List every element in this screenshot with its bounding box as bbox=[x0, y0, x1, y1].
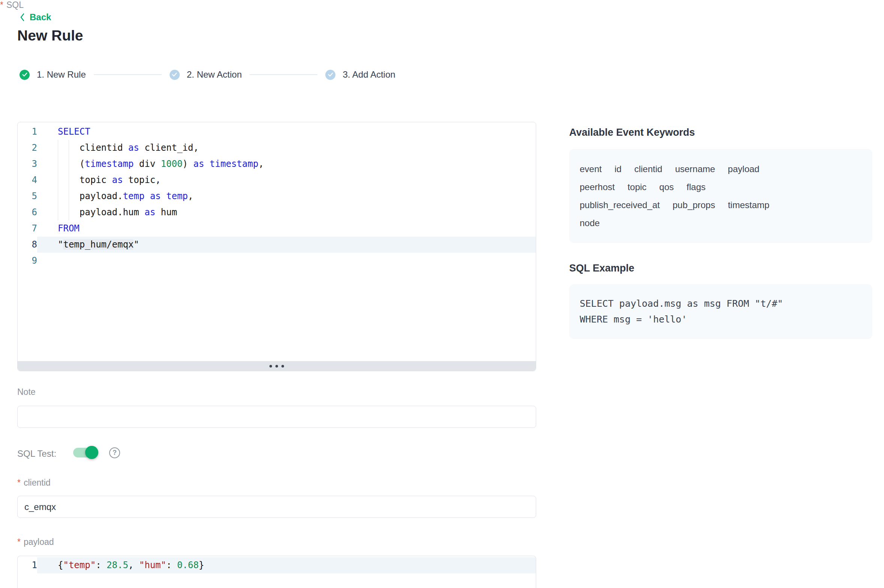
code-line: 5 payload.temp as temp, bbox=[18, 188, 536, 204]
keyword-row: node bbox=[580, 214, 862, 232]
line-code: clientid as client_id, bbox=[37, 140, 536, 156]
required-asterisk: * bbox=[17, 537, 21, 547]
line-number: 6 bbox=[18, 204, 37, 220]
line-number: 1 bbox=[18, 124, 37, 140]
note-field-label: Note bbox=[17, 387, 36, 397]
step-connector bbox=[94, 74, 162, 75]
line-number: 5 bbox=[18, 188, 37, 204]
step-label: 1. New Rule bbox=[37, 69, 86, 80]
payload-code-editor[interactable]: 1{"temp": 28.5, "hum": 0.68} bbox=[17, 556, 536, 588]
code-line: 4 topic as topic, bbox=[18, 172, 536, 188]
code-line: 1SELECT bbox=[18, 124, 536, 140]
indent-guide bbox=[58, 140, 58, 220]
available-event-keywords-title: Available Event Keywords bbox=[569, 127, 695, 138]
sql-example-line: WHERE msg = 'hello' bbox=[580, 312, 862, 327]
keyword-row: peerhosttopicqosflags bbox=[580, 178, 862, 196]
line-code: payload.hum as hum bbox=[37, 204, 536, 220]
back-link[interactable]: Back bbox=[20, 12, 51, 22]
sql-test-toggle[interactable] bbox=[73, 448, 98, 458]
sql-code-editor[interactable]: 1SELECT2 clientid as client_id,3 (timest… bbox=[17, 122, 536, 371]
line-code: topic as topic, bbox=[37, 172, 536, 188]
keyword-chip: clientid bbox=[634, 160, 662, 178]
step-item-1[interactable]: 1. New Rule bbox=[20, 69, 86, 80]
payload-field-label: * payload bbox=[17, 537, 54, 547]
clientid-input[interactable] bbox=[17, 496, 536, 518]
drag-handle-dot bbox=[269, 365, 272, 368]
drag-handle-dot bbox=[281, 365, 284, 368]
clientid-field-label: * clientid bbox=[17, 478, 51, 488]
chevron-left-icon bbox=[20, 13, 25, 22]
step-item-3[interactable]: 3. Add Action bbox=[325, 69, 395, 80]
keyword-chip: payload bbox=[728, 160, 759, 178]
line-number: 1 bbox=[18, 557, 37, 573]
line-number: 7 bbox=[18, 220, 37, 237]
code-line: 9 bbox=[18, 253, 536, 269]
payload-editor-lines: 1{"temp": 28.5, "hum": 0.68} bbox=[18, 557, 536, 573]
step-label: 3. Add Action bbox=[343, 69, 395, 80]
step-check-icon bbox=[20, 70, 30, 80]
steps-wizard: 1. New Rule2. New Action3. Add Action bbox=[20, 69, 395, 80]
sql-example-box: SELECT payload.msg as msg FROM "t/#"WHER… bbox=[569, 284, 872, 339]
code-line: 1{"temp": 28.5, "hum": 0.68} bbox=[18, 557, 536, 573]
keyword-row: publish_received_atpub_propstimestamp bbox=[580, 196, 862, 214]
sql-example-title: SQL Example bbox=[569, 262, 634, 274]
required-asterisk: * bbox=[17, 478, 21, 488]
code-line: 2 clientid as client_id, bbox=[18, 140, 536, 156]
step-check-icon bbox=[325, 70, 335, 80]
keyword-chip: timestamp bbox=[728, 196, 770, 214]
step-item-2[interactable]: 2. New Action bbox=[170, 69, 242, 80]
keyword-chip: qos bbox=[659, 178, 674, 196]
line-number: 3 bbox=[18, 156, 37, 172]
step-connector bbox=[250, 74, 317, 75]
keyword-chip: username bbox=[675, 160, 715, 178]
line-code: FROM bbox=[37, 220, 536, 237]
step-check-icon bbox=[170, 70, 180, 80]
keyword-chip: node bbox=[580, 214, 600, 232]
line-number: 9 bbox=[18, 253, 37, 269]
keyword-chip: id bbox=[615, 160, 622, 178]
new-rule-page: Back New Rule 1. New Rule2. New Action3.… bbox=[0, 0, 884, 588]
code-line: 3 (timestamp div 1000) as timestamp, bbox=[18, 156, 536, 172]
keyword-row: eventidclientidusernamepayload bbox=[580, 160, 862, 178]
sql-test-label: SQL Test: bbox=[17, 448, 56, 459]
step-label: 2. New Action bbox=[187, 69, 242, 80]
keyword-chip: peerhost bbox=[580, 178, 615, 196]
line-code: payload.temp as temp, bbox=[37, 188, 536, 204]
sql-example-line: SELECT payload.msg as msg FROM "t/#" bbox=[580, 296, 862, 312]
line-code: "temp_hum/emqx" bbox=[37, 237, 536, 253]
line-code: SELECT bbox=[37, 124, 536, 140]
toggle-knob bbox=[85, 446, 98, 459]
drag-handle-dot bbox=[275, 365, 278, 368]
code-line: 6 payload.hum as hum bbox=[18, 204, 536, 220]
keyword-chip: publish_received_at bbox=[580, 196, 660, 214]
code-line: 8"temp_hum/emqx" bbox=[18, 237, 536, 253]
keywords-box: eventidclientidusernamepayloadpeerhostto… bbox=[569, 149, 872, 243]
help-icon[interactable]: ? bbox=[109, 447, 120, 458]
back-label: Back bbox=[30, 12, 51, 22]
indent-guide bbox=[69, 140, 69, 220]
line-code bbox=[37, 253, 536, 269]
line-number: 8 bbox=[18, 237, 37, 253]
code-line: 7FROM bbox=[18, 220, 536, 237]
required-asterisk: * bbox=[0, 0, 3, 10]
editor-resize-handle[interactable] bbox=[18, 361, 536, 371]
sql-field-label: * SQL bbox=[0, 0, 24, 10]
keyword-chip: topic bbox=[627, 178, 646, 196]
sql-editor-lines: 1SELECT2 clientid as client_id,3 (timest… bbox=[18, 122, 536, 361]
keyword-chip: event bbox=[580, 160, 602, 178]
line-code: (timestamp div 1000) as timestamp, bbox=[37, 156, 536, 172]
page-title: New Rule bbox=[17, 28, 83, 43]
line-number: 4 bbox=[18, 172, 37, 188]
keyword-chip: flags bbox=[687, 178, 706, 196]
note-input[interactable] bbox=[17, 406, 536, 428]
line-number: 2 bbox=[18, 140, 37, 156]
keyword-chip: pub_props bbox=[672, 196, 715, 214]
line-code: {"temp": 28.5, "hum": 0.68} bbox=[37, 557, 536, 573]
